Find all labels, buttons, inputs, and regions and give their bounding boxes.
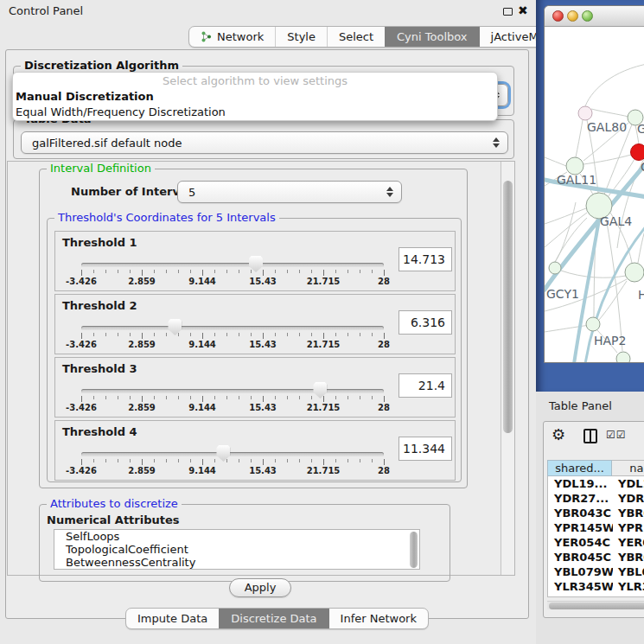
attribute-list-item[interactable]: SelfLoops bbox=[54, 530, 419, 543]
threshold-slider[interactable] bbox=[81, 452, 384, 456]
table-row[interactable]: YDL19...YDL19... bbox=[548, 476, 644, 491]
network-graph: GAL80 GA C GAL11 GAL4 GCY1 H HAP2 bbox=[545, 28, 644, 363]
control-panel-titlebar: Control Panel ✖ bbox=[0, 0, 536, 22]
threshold-slider[interactable] bbox=[81, 326, 384, 330]
zoom-traffic-light[interactable] bbox=[582, 10, 593, 22]
close-traffic-light[interactable] bbox=[552, 10, 564, 22]
threshold-value-field[interactable]: 11.344 bbox=[399, 437, 452, 461]
gear-icon[interactable]: ⚙ bbox=[552, 425, 565, 444]
cell-shared-name[interactable]: YER054C bbox=[548, 535, 613, 550]
table-row[interactable]: YLR345WYLR345W bbox=[548, 579, 644, 594]
node-label: C bbox=[641, 160, 644, 174]
apply-button[interactable]: Apply bbox=[229, 578, 291, 597]
cell-name[interactable]: YPR145W bbox=[613, 520, 644, 535]
network-canvas[interactable]: GAL80 GA C GAL11 GAL4 GCY1 H HAP2 bbox=[545, 28, 644, 363]
table-panel-body: ⚙ ☑☑ shared... na... YDL19...YDL19...YDR… bbox=[543, 421, 644, 618]
threshold-row: Threshold 2-3.4262.8599.14415.4321.71528… bbox=[54, 294, 456, 354]
settings-vertical-scrollbar[interactable] bbox=[501, 162, 514, 575]
tab-network[interactable]: Network bbox=[189, 27, 275, 47]
cell-name[interactable]: YBL079W bbox=[613, 564, 644, 579]
cell-name[interactable]: YDR27... bbox=[613, 491, 644, 506]
cell-shared-name[interactable]: YDL19... bbox=[548, 476, 613, 491]
tab-impute-data[interactable]: Impute Data bbox=[126, 609, 219, 628]
node-label: GA bbox=[637, 122, 644, 136]
minimize-traffic-light[interactable] bbox=[567, 10, 578, 22]
attribute-list-item[interactable]: TopologicalCoefficient bbox=[54, 543, 419, 556]
tab-style[interactable]: Style bbox=[275, 27, 327, 47]
cell-shared-name[interactable]: YDR27... bbox=[548, 491, 613, 506]
network-icon bbox=[201, 31, 212, 42]
dropdown-option[interactable]: Equal Width/Frequency Discretization bbox=[13, 105, 497, 120]
table-row[interactable]: YDR27...YDR27... bbox=[548, 491, 644, 506]
thresholds-group: Threshold's Coordinates for 5 Intervals … bbox=[47, 218, 462, 482]
table-row[interactable]: YER054CYER054C bbox=[548, 535, 644, 550]
threshold-value-field[interactable]: 14.713 bbox=[399, 247, 452, 271]
tab-discretize-data[interactable]: Discretize Data bbox=[219, 609, 328, 628]
table-row[interactable]: YBL079WYBL079W bbox=[548, 564, 644, 579]
number-of-intervals-combobox[interactable]: 5 bbox=[177, 181, 402, 203]
scrollbar-thumb[interactable] bbox=[503, 181, 513, 433]
cell-shared-name[interactable]: YLR345W bbox=[548, 579, 613, 594]
column-header-shared-name[interactable]: shared... bbox=[547, 460, 612, 476]
dropdown-option[interactable]: Manual Discretization bbox=[13, 89, 497, 105]
threshold-row: Threshold 3-3.4262.8599.14415.4321.71528… bbox=[54, 357, 456, 418]
tab-label: Discretize Data bbox=[231, 612, 316, 625]
tab-cyni-toolbox[interactable]: Cyni Toolbox bbox=[385, 27, 479, 47]
network-view-frame: GAL80 GA C GAL11 GAL4 GCY1 H HAP2 bbox=[536, 0, 644, 392]
network-window: GAL80 GA C GAL11 GAL4 GCY1 H HAP2 bbox=[544, 5, 644, 363]
network-node[interactable] bbox=[616, 352, 630, 363]
column-header-name[interactable]: na... bbox=[612, 460, 644, 476]
attributes-group: Attributes to discretize Numerical Attri… bbox=[39, 504, 450, 582]
node-label: H bbox=[638, 288, 644, 302]
group-title: Interval Definition bbox=[47, 162, 155, 175]
tab-label: Cyni Toolbox bbox=[397, 30, 468, 43]
slider-ticks bbox=[81, 459, 384, 466]
numerical-attributes-list[interactable]: SelfLoopsTopologicalCoefficientBetweenne… bbox=[54, 529, 420, 570]
cell-name[interactable]: YDL19... bbox=[613, 476, 644, 491]
float-panel-icon[interactable] bbox=[503, 8, 513, 16]
combo-arrows-icon bbox=[386, 187, 393, 197]
tab-select[interactable]: Select bbox=[327, 27, 385, 47]
close-icon[interactable]: ✖ bbox=[518, 3, 528, 17]
cell-name[interactable]: YLR345W bbox=[613, 579, 644, 594]
network-node[interactable] bbox=[625, 263, 644, 282]
cell-name[interactable]: YBR043C bbox=[613, 506, 644, 520]
cell-name[interactable]: YBR045C bbox=[613, 550, 644, 564]
threshold-row: Threshold 4-3.4262.8599.14415.4321.71528… bbox=[54, 420, 456, 481]
threshold-value-field[interactable]: 6.316 bbox=[399, 310, 452, 335]
cell-name[interactable]: YER054C bbox=[613, 535, 644, 550]
split-columns-icon[interactable] bbox=[583, 429, 597, 443]
network-node-gcy1[interactable] bbox=[549, 262, 561, 274]
numerical-attributes-label: Numerical Attributes bbox=[47, 513, 180, 526]
table-row[interactable]: YBR043CYBR043C bbox=[548, 506, 644, 520]
cell-name[interactable]: YIL052C bbox=[613, 594, 644, 597]
tab-infer-network[interactable]: Infer Network bbox=[328, 609, 428, 628]
network-node-hap2[interactable] bbox=[586, 317, 600, 331]
scrollbar-thumb[interactable] bbox=[549, 603, 644, 609]
table-row[interactable]: YIL052CYIL052C bbox=[548, 594, 644, 597]
table-row[interactable]: YPR145WYPR145W bbox=[548, 520, 644, 535]
tab-label: Style bbox=[287, 30, 316, 43]
cell-shared-name[interactable]: YBL079W bbox=[548, 564, 613, 579]
cell-shared-name[interactable]: YIL052C bbox=[548, 594, 613, 597]
cell-shared-name[interactable]: YBR043C bbox=[548, 506, 613, 520]
cell-shared-name[interactable]: YBR045C bbox=[548, 550, 613, 564]
table-data-combobox[interactable]: galFiltered.sif default node bbox=[21, 131, 508, 154]
threshold-row: Threshold 1-3.4262.8599.14415.4321.71528… bbox=[54, 231, 456, 291]
slider-tick-labels: -3.4262.8599.14415.4321.71528 bbox=[81, 403, 384, 413]
select-columns-checkboxes-icon[interactable]: ☑☑ bbox=[606, 429, 627, 441]
network-node-gal80[interactable] bbox=[578, 106, 592, 120]
list-scrollbar[interactable] bbox=[410, 532, 418, 568]
network-node-gal11[interactable] bbox=[566, 157, 583, 175]
bottom-tab-bar: Impute DataDiscretize DataInfer Network bbox=[125, 608, 429, 629]
table-horizontal-scrollbar[interactable] bbox=[547, 601, 644, 609]
table-row[interactable]: YBR045CYBR045C bbox=[548, 550, 644, 564]
threshold-value-field[interactable]: 21.4 bbox=[399, 373, 452, 398]
network-node-selected-red[interactable] bbox=[631, 144, 644, 161]
attribute-list-item[interactable]: BetweennessCentrality bbox=[54, 556, 419, 569]
threshold-label: Threshold 3 bbox=[62, 362, 137, 375]
cell-shared-name[interactable]: YPR145W bbox=[548, 520, 613, 535]
tab-label: Impute Data bbox=[137, 612, 207, 625]
threshold-slider[interactable] bbox=[81, 389, 384, 393]
threshold-slider[interactable] bbox=[81, 263, 384, 267]
